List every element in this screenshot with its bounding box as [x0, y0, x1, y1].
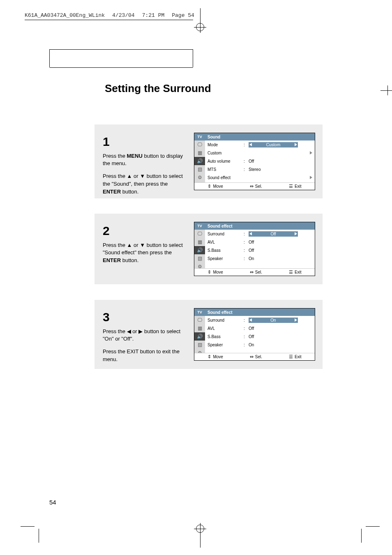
colon: :	[244, 143, 246, 147]
updown-icon: ⇕	[208, 269, 211, 275]
right-crop-mark	[380, 90, 392, 91]
setup-icon: ⚙	[194, 173, 205, 182]
print-header-date: 4/23/04	[112, 12, 135, 18]
val: Stereo	[249, 167, 315, 172]
osd-row-sbass: S.Bass: Off	[205, 332, 315, 341]
right-arrow-icon	[295, 318, 297, 322]
step-1-number: 1	[103, 133, 185, 151]
osd-footer: ⇕Move ⇔Sel. ☰Exit	[194, 353, 315, 360]
osd-row-speaker: Speaker: On	[205, 254, 315, 263]
step-3-para-1: Press the ◀ or ▶ button to select "On" o…	[103, 328, 185, 343]
val: Off	[249, 231, 315, 237]
t-bold: MENU	[127, 153, 143, 159]
print-header: K61A_AA03472A_00Eng_WLink 4/23/04 7:21 P…	[25, 12, 194, 18]
t: Press the	[103, 153, 127, 159]
osd-content: Sound Mode: Custom Custom Auto volume: O…	[205, 133, 315, 182]
t: button.	[121, 257, 138, 263]
value: Off	[249, 334, 254, 339]
input-icon: 🖵	[194, 140, 205, 149]
print-header-page: Page 54	[172, 12, 194, 18]
right-arrow-icon	[310, 176, 312, 179]
osd-row-mts: MTS: Stereo	[205, 165, 315, 173]
step-1-text: 1 Press the MENU button to display the m…	[103, 133, 185, 190]
osd-row-speaker: Speaker: On	[205, 341, 315, 349]
input-icon: 🖵	[194, 316, 205, 324]
leftright-icon: ⇔	[250, 269, 254, 275]
colon: :	[244, 248, 246, 253]
value: Off	[249, 326, 254, 331]
osd-row-custom: Custom	[205, 149, 315, 157]
label: Exit	[295, 270, 302, 274]
label: Exit	[295, 355, 302, 359]
colon: :	[244, 256, 246, 261]
footer-exit: ☰Exit	[289, 269, 302, 275]
step-2-para-1: Press the ▲ or ▼ button to select "Sound…	[103, 242, 185, 265]
footer-sel: ⇔Sel.	[250, 354, 262, 359]
tv-icon: TV	[194, 309, 205, 316]
step-3-text: 3 Press the ◀ or ▶ button to select "On"…	[103, 308, 185, 361]
page-number: 54	[49, 499, 56, 506]
footer-move: ⇕Move	[208, 354, 223, 359]
left-arrow-icon	[249, 318, 252, 322]
osd-content: Sound effect Surround: Off AVL: Off S.Ba…	[205, 222, 315, 268]
label: Sel.	[255, 270, 262, 274]
colon: :	[244, 326, 246, 331]
val: On	[249, 343, 315, 347]
channel-icon: ▧	[194, 341, 205, 349]
label: Speaker	[208, 256, 241, 261]
registration-mark-top	[192, 8, 209, 33]
step-3-number: 3	[103, 308, 185, 326]
osd-row-avl: AVL: Off	[205, 324, 315, 332]
step-3-para-2: Press the EXIT button to exit the menu.	[103, 348, 185, 364]
value: Custom	[266, 143, 280, 147]
colon: :	[244, 240, 246, 244]
osd-sidebar: TV 🖵 ▦ 🔊 ▧ ⚙	[194, 133, 205, 182]
label: Move	[213, 355, 223, 359]
val: Off	[249, 159, 315, 164]
picture-icon: ▦	[194, 238, 205, 246]
footer-move: ⇕Move	[208, 184, 223, 189]
footer-exit: ☰Exit	[289, 184, 302, 189]
crop-mark-bottom-left	[21, 510, 45, 534]
label: Sound effect	[208, 175, 241, 180]
val: On	[249, 318, 315, 323]
step-2-text: 2 Press the ▲ or ▼ button to select "Sou…	[103, 222, 185, 276]
osd-sidebar: TV 🖵 ▦ 🔊 ▧ ⚙	[194, 309, 205, 353]
label: Move	[213, 270, 223, 274]
footer-exit: ☰Exit	[289, 354, 302, 359]
menu-icon: ☰	[289, 354, 293, 359]
picture-icon: ▦	[194, 324, 205, 332]
osd-header: Sound effect	[205, 309, 315, 316]
label: MTS	[208, 167, 241, 172]
header-rule	[25, 20, 193, 20]
label: Speaker	[208, 343, 241, 347]
value: Off	[249, 240, 254, 244]
value: On	[270, 318, 276, 322]
channel-icon: ▧	[194, 165, 205, 173]
label: S.Bass	[208, 248, 241, 253]
label: Move	[213, 184, 223, 189]
value: Stereo	[249, 167, 261, 172]
osd-row-autovol: Auto volume: Off	[205, 157, 315, 165]
picture-icon: ▦	[194, 149, 205, 157]
crop-mark-bottom-right	[355, 510, 380, 534]
footer-sel: ⇔Sel.	[250, 184, 262, 189]
osd-row-soundeffect: Sound effect	[205, 173, 315, 182]
print-header-file: K61A_AA03472A_00Eng_WLink	[25, 12, 105, 18]
colon: :	[244, 159, 246, 164]
sound-icon: 🔊	[194, 246, 205, 254]
value: On	[249, 343, 254, 347]
val: Custom	[249, 142, 315, 147]
osd-header: Sound	[205, 133, 315, 140]
t-bold: ENTER	[103, 257, 121, 263]
val: Off	[249, 240, 315, 244]
osd-row-mode: Mode: Custom	[205, 140, 315, 149]
osd-screen-2: TV 🖵 ▦ 🔊 ▧ ⚙ Sound effect Surround: Off …	[194, 222, 315, 276]
label: Surround	[208, 318, 241, 322]
osd-row-surround: Surround: Off	[205, 230, 315, 238]
print-header-time: 7:21 PM	[142, 12, 165, 18]
value: On	[249, 256, 254, 261]
val: Off	[249, 326, 315, 331]
colon: :	[244, 318, 246, 322]
osd-row-surround: Surround: On	[205, 316, 315, 324]
